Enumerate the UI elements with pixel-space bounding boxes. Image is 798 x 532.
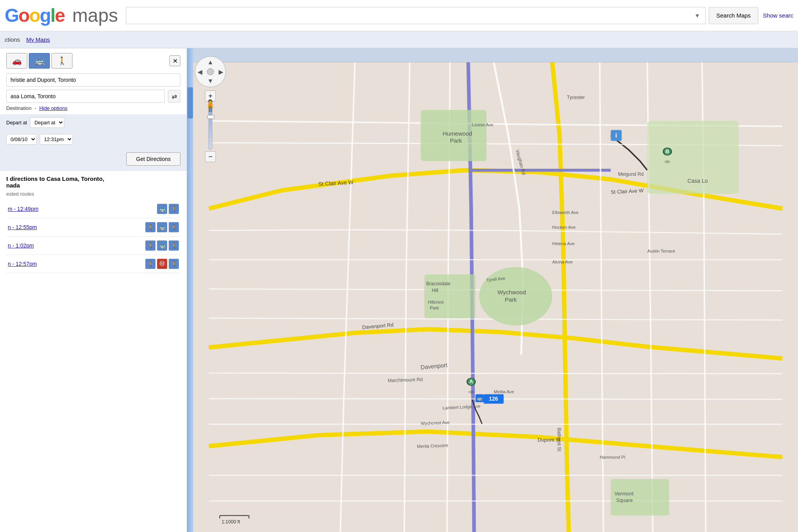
- svg-text:Park: Park: [450, 137, 462, 144]
- map-area[interactable]: Humewood Park Wychwood Park Davenport Da…: [187, 48, 798, 532]
- route-time-2[interactable]: n - 12:55pm: [8, 224, 145, 230]
- nav-compass[interactable]: ▲ ▼ ◀ ▶: [195, 56, 226, 87]
- hide-options-link[interactable]: Hide options: [39, 105, 67, 111]
- transport-walk-button[interactable]: 🚶: [51, 53, 72, 69]
- results-title: t directions to Casa Loma, Toronto, nada: [6, 175, 180, 189]
- route-item[interactable]: n - 1:02pm 🚶 🚌 🚶: [6, 237, 180, 255]
- zoom-out-button[interactable]: −: [205, 151, 216, 162]
- map-scrollbar-thumb[interactable]: [187, 87, 193, 118]
- from-input[interactable]: [6, 73, 180, 87]
- svg-text:B: B: [666, 148, 669, 154]
- svg-text:Austin Terrace: Austin Terrace: [647, 249, 675, 253]
- depart-select[interactable]: Depart at Arrive by: [30, 117, 64, 128]
- svg-text:Helena Ave: Helena Ave: [552, 241, 574, 246]
- left-panel: 🚗 🚌 🚶 ✕ ⇄ Destination - Hide options Dep…: [0, 48, 187, 532]
- svg-text:Alcina Ave: Alcina Ave: [552, 260, 572, 264]
- logo-g2: g: [40, 5, 50, 26]
- route-icons-4: 🚶 Ⓜ 🚶: [145, 259, 179, 269]
- svg-text:i: i: [615, 132, 617, 139]
- route-icons-1: 🚌 🚶: [157, 204, 179, 214]
- subnav-mymaps-link[interactable]: My Maps: [26, 36, 50, 43]
- get-directions-row: Get Directions: [0, 148, 187, 170]
- svg-text:🚌: 🚌: [477, 395, 483, 401]
- search-maps-button[interactable]: Search Maps: [709, 7, 758, 24]
- svg-text:Humewood: Humewood: [443, 130, 472, 137]
- svg-text:Dupont St: Dupont St: [538, 437, 561, 443]
- svg-text:Louise Ave: Louise Ave: [472, 122, 493, 127]
- route-time-3[interactable]: n - 1:02pm: [8, 242, 145, 249]
- transport-transit-button[interactable]: 🚌: [29, 53, 50, 69]
- time-select[interactable]: 12:31pm: [40, 134, 73, 145]
- map-canvas[interactable]: Humewood Park Wychwood Park Davenport Da…: [193, 62, 798, 532]
- nav-up-button[interactable]: ▲: [207, 59, 214, 66]
- search-dropdown-arrow-icon[interactable]: ▼: [694, 12, 700, 19]
- svg-text:A: A: [469, 378, 473, 384]
- map-scrollbar[interactable]: [187, 48, 193, 532]
- depart-label: Depart at: [6, 120, 27, 125]
- hide-options-row: Destination - Hide options: [0, 104, 187, 114]
- svg-text:Ellsworth Ave: Ellsworth Ave: [552, 210, 578, 215]
- svg-text:Bracondale: Bracondale: [426, 281, 450, 286]
- svg-text:Wychwood: Wychwood: [498, 289, 526, 295]
- svg-text:Hillcrest: Hillcrest: [428, 300, 444, 304]
- nav-down-button[interactable]: ▼: [207, 78, 214, 85]
- depart-row: Depart at Depart at Arrive by: [0, 114, 187, 131]
- route-icon-bus: 🚌: [157, 222, 167, 232]
- get-directions-button[interactable]: Get Directions: [126, 152, 180, 166]
- street-view-icon[interactable]: 🧍: [203, 99, 217, 112]
- svg-text:Park: Park: [430, 306, 439, 310]
- subnav-directions[interactable]: ctions: [5, 36, 20, 43]
- svg-text:Hammond Pl: Hammond Pl: [600, 455, 625, 460]
- map-top-bar: [187, 48, 798, 62]
- zoom-slider-thumb[interactable]: [207, 115, 214, 119]
- destination-label: Destination: [6, 105, 32, 111]
- svg-text:Hill: Hill: [432, 288, 438, 293]
- logo-maps: maps: [72, 5, 118, 26]
- search-input[interactable]: [129, 12, 695, 19]
- svg-text:Melita Ave: Melita Ave: [494, 389, 514, 394]
- route-icon-walk2: 🚶: [169, 259, 179, 269]
- svg-point-42: [664, 160, 670, 163]
- map-controls: ▲ ▼ ◀ ▶ 🧍 + −: [195, 56, 226, 162]
- route-icons-2: 🚶 🚌 🚶: [145, 222, 179, 232]
- show-search-link[interactable]: Show searc: [763, 12, 793, 19]
- svg-text:1:1000 ft: 1:1000 ft: [222, 519, 240, 525]
- close-panel-button[interactable]: ✕: [169, 55, 180, 66]
- nav-left-button[interactable]: ◀: [198, 68, 202, 76]
- svg-text:Casa Lo: Casa Lo: [687, 178, 708, 184]
- results-section: t directions to Casa Loma, Toronto, nada…: [0, 170, 187, 275]
- route-icon-walk: 🚶: [169, 204, 179, 214]
- logo-g: G: [5, 5, 18, 26]
- route-item[interactable]: m - 12:49pm 🚌 🚶: [6, 200, 180, 218]
- transit-badge-label: 126: [489, 396, 498, 402]
- transport-car-button[interactable]: 🚗: [6, 53, 27, 69]
- logo-o2: o: [29, 5, 40, 26]
- svg-text:Park: Park: [505, 296, 517, 303]
- route-time-1: m - 12:49pm: [8, 206, 157, 212]
- nav-right-button[interactable]: ▶: [219, 68, 223, 76]
- to-input-row: ⇄: [0, 88, 187, 104]
- route-icon-walk2: 🚶: [169, 222, 179, 232]
- to-input[interactable]: [6, 90, 165, 103]
- from-input-row: [0, 72, 187, 88]
- main-layout: 🚗 🚌 🚶 ✕ ⇄ Destination - Hide options Dep…: [0, 48, 798, 532]
- suggested-routes-label: ested routes: [6, 191, 180, 197]
- svg-text:Square: Square: [616, 497, 632, 503]
- route-time-4[interactable]: n - 12:57pm: [8, 261, 145, 267]
- route-icon-metro: Ⓜ: [157, 259, 167, 269]
- datetime-row: 0/08/10 12:31pm: [0, 131, 187, 148]
- route-icons-3: 🚶 🚌 🚶: [145, 240, 179, 251]
- transport-modes: 🚗 🚌 🚶 ✕: [0, 48, 187, 72]
- date-select[interactable]: 0/08/10: [6, 134, 37, 145]
- route-item[interactable]: n - 12:57pm 🚶 Ⓜ 🚶: [6, 255, 180, 273]
- svg-text:Hocken Ave: Hocken Ave: [552, 225, 576, 230]
- route-item[interactable]: n - 12:55pm 🚶 🚌 🚶: [6, 218, 180, 237]
- swap-routes-button[interactable]: ⇄: [168, 90, 180, 103]
- dot-separator: -: [35, 105, 38, 111]
- svg-text:Tycester: Tycester: [567, 95, 585, 100]
- logo-e: e: [55, 5, 65, 26]
- header: Google maps ▼ Search Maps Show searc: [0, 0, 798, 31]
- logo-l: l: [50, 5, 55, 26]
- search-bar[interactable]: ▼: [126, 7, 706, 24]
- route-icon-walk: 🚶: [145, 259, 155, 269]
